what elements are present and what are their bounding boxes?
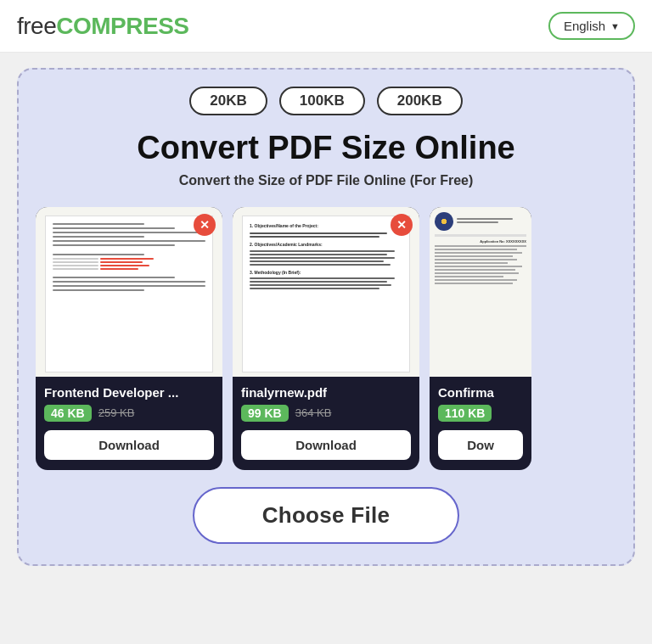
size-badge-100kb[interactable]: 100KB [279, 87, 365, 115]
logo-compress-text: COMPRESS [56, 13, 188, 39]
language-label: English [564, 19, 605, 33]
card-info-1: Frontend Developer ... 46 KB 259 KB Down… [36, 377, 222, 470]
close-button-1[interactable]: ✕ [194, 214, 216, 236]
header: freeCOMPRESS English ▼ [0, 0, 652, 53]
old-size-1: 259 KB [98, 406, 135, 419]
main-content: 20KB 100KB 200KB Convert PDF Size Online… [0, 53, 652, 583]
download-button-1[interactable]: Download [44, 430, 214, 460]
card-sizes-3: 110 KB [438, 405, 523, 422]
language-selector[interactable]: English ▼ [548, 12, 635, 40]
size-badge-200kb[interactable]: 200KB [377, 87, 463, 115]
page-title: Convert PDF Size Online [36, 131, 616, 166]
cert-header-lines [457, 218, 526, 225]
logo-free-text: free [17, 13, 56, 39]
logo: freeCOMPRESS [17, 13, 189, 40]
filename-1: Frontend Developer ... [44, 385, 214, 400]
new-size-2: 99 KB [241, 405, 289, 422]
card-info-2: finalyrnew.pdf 99 KB 364 KB Download [233, 377, 419, 470]
size-badge-20kb[interactable]: 20KB [189, 87, 267, 115]
cert-logo-icon [435, 212, 453, 231]
size-badges: 20KB 100KB 200KB [36, 87, 616, 115]
page-subtitle: Convert the Size of PDF File Online (For… [36, 173, 616, 188]
choose-file-wrapper: Choose File [36, 487, 616, 544]
upload-area: 20KB 100KB 200KB Convert PDF Size Online… [17, 68, 635, 566]
chevron-down-icon: ▼ [610, 21, 620, 31]
new-size-1: 46 KB [44, 405, 92, 422]
file-cards-row: ✕ [36, 207, 616, 470]
file-card-1: ✕ [36, 207, 222, 470]
file-card-2: ✕ 1. Objectives/Name of the Project: 2. … [233, 207, 419, 470]
close-button-2[interactable]: ✕ [391, 214, 413, 236]
card-info-3: Confirma 110 KB Dow [430, 377, 531, 470]
choose-file-button[interactable]: Choose File [193, 487, 460, 544]
card-preview-1: ✕ [36, 207, 222, 377]
file-card-3: Application No: XXXXXXXXX Confirma [430, 207, 531, 470]
download-button-2[interactable]: Download [241, 430, 411, 460]
card-sizes-2: 99 KB 364 KB [241, 405, 411, 422]
pdf-document-preview-1 [45, 216, 213, 372]
filename-3: Confirma [438, 385, 523, 400]
filename-2: finalyrnew.pdf [241, 385, 411, 400]
download-button-3[interactable]: Dow [438, 430, 523, 460]
new-size-3: 110 KB [438, 405, 492, 422]
card-preview-3: Application No: XXXXXXXXX [430, 207, 531, 377]
cert-header [435, 212, 526, 231]
card-sizes-1: 46 KB 259 KB [44, 405, 214, 422]
card-preview-2: ✕ 1. Objectives/Name of the Project: 2. … [233, 207, 419, 377]
pdf-document-preview-2: 1. Objectives/Name of the Project: 2. Ob… [242, 216, 410, 372]
old-size-2: 364 KB [295, 406, 332, 419]
